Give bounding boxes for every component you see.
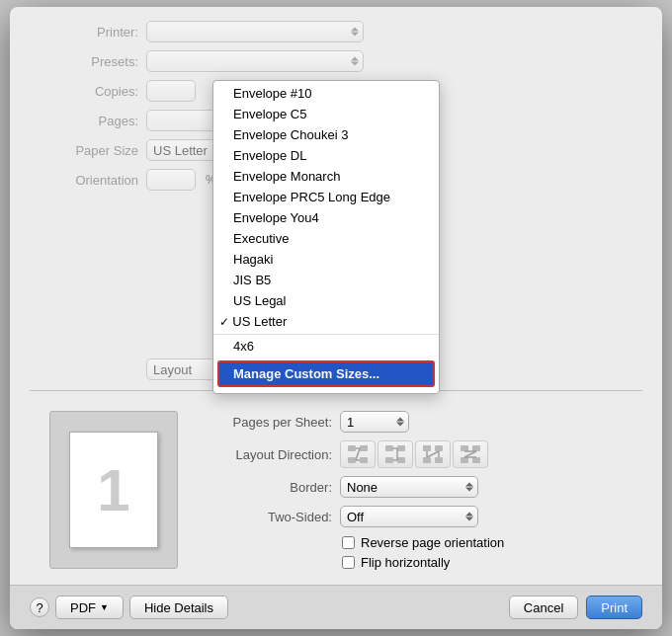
orientation-select[interactable] bbox=[146, 169, 196, 191]
hide-details-button[interactable]: Hide Details bbox=[129, 596, 228, 619]
dropdown-item-hagaki[interactable]: Hagaki bbox=[213, 249, 439, 270]
presets-label: Presets: bbox=[30, 54, 138, 69]
down-arrow bbox=[351, 62, 359, 66]
bottom-section: 1 Pages per Sheet: 1 Layout Dir bbox=[30, 401, 642, 585]
manage-wrapper: Manage Custom Sizes... bbox=[213, 357, 439, 391]
dropdown-item-envelopeyou4[interactable]: Envelope You4 bbox=[213, 207, 439, 228]
paper-size-dropdown: Envelope #10 Envelope C5 Envelope Chouke… bbox=[212, 80, 440, 394]
dropdown-item-envelope10[interactable]: Envelope #10 bbox=[213, 83, 439, 104]
svg-rect-24 bbox=[472, 457, 480, 463]
direction-btn-s[interactable] bbox=[378, 440, 413, 468]
up-arrow bbox=[351, 28, 359, 32]
printer-label: Printer: bbox=[30, 25, 138, 40]
preview-box: 1 bbox=[49, 411, 178, 569]
svg-rect-15 bbox=[435, 445, 443, 451]
pps-arrow bbox=[396, 418, 404, 427]
dropdown-item-envelopechoukei[interactable]: Envelope Choukei 3 bbox=[213, 124, 439, 145]
pages-per-sheet-row: Pages per Sheet: 1 bbox=[194, 411, 623, 433]
dialog-content: Printer: Presets: bbox=[10, 7, 662, 585]
printer-select[interactable] bbox=[146, 21, 364, 42]
dropdown-item-executive[interactable]: Executive bbox=[213, 228, 439, 249]
help-button[interactable]: ? bbox=[30, 597, 49, 617]
presets-select[interactable] bbox=[146, 50, 364, 72]
paper-size-label: Paper Size bbox=[30, 143, 138, 158]
pages-per-sheet-select[interactable]: 1 bbox=[340, 411, 409, 433]
reverse-orientation-checkbox[interactable] bbox=[342, 536, 355, 549]
printer-control bbox=[146, 21, 364, 42]
up-arrow bbox=[396, 418, 404, 422]
manage-custom-sizes-button[interactable]: Manage Custom Sizes... bbox=[217, 360, 435, 387]
dropdown-item-envelopedl[interactable]: Envelope DL bbox=[213, 145, 439, 166]
copies-label: Copies: bbox=[30, 84, 138, 99]
flip-horizontally-row: Flip horizontally bbox=[342, 555, 623, 570]
svg-line-26 bbox=[464, 451, 476, 457]
svg-rect-10 bbox=[397, 457, 405, 463]
layout-direction-label: Layout Direction: bbox=[194, 447, 332, 462]
svg-rect-14 bbox=[423, 445, 431, 451]
dropdown-item-usletter[interactable]: US Letter bbox=[213, 311, 439, 332]
reverse-orientation-label: Reverse page orientation bbox=[361, 535, 504, 550]
print-button[interactable]: Print bbox=[586, 596, 642, 619]
down-arrow bbox=[465, 488, 473, 492]
pdf-button[interactable]: PDF ▼ bbox=[55, 596, 124, 619]
dropdown-item-envelopeprc5[interactable]: Envelope PRC5 Long Edge bbox=[213, 187, 439, 207]
svg-rect-3 bbox=[360, 457, 368, 463]
reverse-orientation-row: Reverse page orientation bbox=[342, 535, 623, 550]
printer-arrow bbox=[351, 28, 359, 37]
up-arrow bbox=[465, 513, 473, 517]
pdf-label: PDF bbox=[70, 600, 96, 615]
down-arrow bbox=[465, 517, 473, 521]
presets-row: Presets: bbox=[30, 50, 642, 72]
border-value: None bbox=[347, 480, 378, 495]
pages-per-sheet-value: 1 bbox=[347, 415, 354, 430]
print-dialog: Printer: Presets: bbox=[10, 7, 662, 629]
copies-input[interactable] bbox=[146, 80, 196, 102]
paper-size-value: US Letter bbox=[153, 143, 208, 158]
svg-line-19 bbox=[427, 451, 439, 457]
dropdown-item-jisb5[interactable]: JIS B5 bbox=[213, 270, 439, 290]
pdf-arrow: ▼ bbox=[100, 602, 109, 612]
two-sided-arrow bbox=[465, 513, 473, 521]
svg-rect-0 bbox=[348, 445, 356, 451]
presets-arrow bbox=[351, 57, 359, 66]
layout-options: Pages per Sheet: 1 Layout Direction: bbox=[194, 411, 623, 575]
layout-direction-row: Layout Direction: bbox=[194, 440, 623, 468]
cancel-button[interactable]: Cancel bbox=[509, 596, 578, 619]
direction-btn-n2[interactable] bbox=[453, 440, 488, 468]
svg-rect-23 bbox=[461, 457, 468, 463]
up-arrow bbox=[351, 57, 359, 61]
footer-left: ? PDF ▼ Hide Details bbox=[30, 596, 228, 619]
presets-control bbox=[146, 50, 364, 72]
direction-buttons bbox=[340, 440, 488, 468]
dropdown-item-envelopemonarch[interactable]: Envelope Monarch bbox=[213, 166, 439, 187]
two-sided-row: Two-Sided: Off bbox=[194, 506, 623, 527]
n2-pattern-icon bbox=[460, 444, 481, 464]
border-label: Border: bbox=[194, 480, 332, 495]
dropdown-item-envelopec5[interactable]: Envelope C5 bbox=[213, 104, 439, 124]
flip-horizontally-checkbox[interactable] bbox=[342, 556, 355, 569]
svg-rect-17 bbox=[435, 457, 443, 463]
down-arrow bbox=[396, 423, 404, 427]
n1-pattern-icon bbox=[422, 444, 444, 464]
border-select[interactable]: None bbox=[340, 476, 478, 498]
z-pattern-icon bbox=[347, 444, 369, 464]
orientation-label: Orientation bbox=[30, 173, 138, 188]
preview-page: 1 bbox=[69, 432, 158, 548]
pages-label: Pages: bbox=[30, 114, 138, 128]
pages-per-sheet-label: Pages per Sheet: bbox=[194, 415, 332, 430]
svg-rect-22 bbox=[472, 445, 480, 451]
dropdown-item-4x6[interactable]: 4x6 bbox=[213, 334, 439, 357]
form-rows: Printer: Presets: bbox=[30, 21, 642, 380]
down-arrow bbox=[351, 33, 359, 37]
copies-control bbox=[146, 80, 196, 102]
s-pattern-icon bbox=[384, 444, 406, 464]
direction-btn-n1[interactable] bbox=[415, 440, 451, 468]
dropdown-item-uslegal[interactable]: US Legal bbox=[213, 290, 439, 311]
two-sided-select[interactable]: Off bbox=[340, 506, 478, 527]
border-arrow bbox=[465, 483, 473, 492]
two-sided-value: Off bbox=[347, 510, 364, 524]
up-arrow bbox=[465, 483, 473, 487]
svg-rect-1 bbox=[360, 445, 368, 451]
two-sided-label: Two-Sided: bbox=[194, 510, 332, 524]
direction-btn-z[interactable] bbox=[340, 440, 376, 468]
